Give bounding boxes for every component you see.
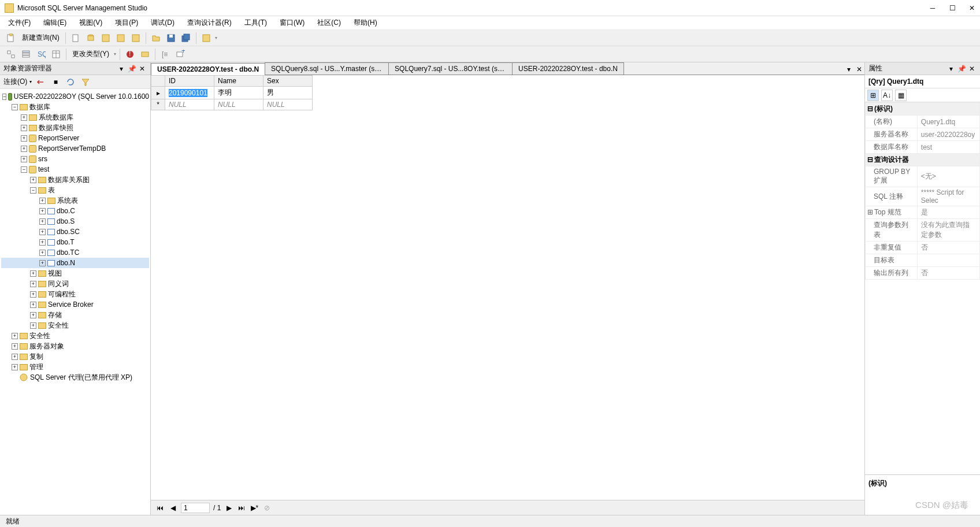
add-table-icon[interactable]: +: [174, 48, 187, 61]
categorized-icon[interactable]: ⊞: [867, 90, 879, 101]
row-position-input[interactable]: [181, 503, 210, 513]
expand-icon[interactable]: +: [12, 354, 18, 360]
tab-2[interactable]: SQLQuery7.sql - US...8OY.test (sa (60))*: [388, 62, 513, 75]
prop-param-val[interactable]: 没有为此查询指定参数: [917, 219, 979, 242]
tab-3[interactable]: USER-20220228OY.test - dbo.N: [512, 62, 624, 75]
prop-output-val[interactable]: 否: [917, 267, 979, 280]
show-results-icon[interactable]: [50, 48, 62, 61]
new-query-button[interactable]: 新建查询(N): [20, 33, 62, 43]
expand-icon[interactable]: +: [21, 156, 27, 162]
menu-view[interactable]: 视图(V): [77, 17, 105, 29]
tree-replication[interactable]: 复制: [29, 352, 43, 362]
tree-storage[interactable]: 存储: [48, 310, 62, 320]
close-tab-icon[interactable]: ✕: [854, 64, 864, 75]
expand-icon[interactable]: +: [39, 250, 46, 256]
prop-gb-val[interactable]: <无>: [917, 166, 979, 187]
menu-help[interactable]: 帮助(H): [351, 17, 380, 29]
alphabetical-icon[interactable]: A↓: [881, 90, 893, 101]
cat-qd[interactable]: 查询设计器: [874, 155, 909, 164]
prop-distinct-val[interactable]: 否: [917, 242, 979, 254]
tree-agent[interactable]: SQL Server 代理(已禁用代理 XP): [30, 373, 132, 383]
verify-sql-icon[interactable]: [139, 48, 151, 61]
cell-id[interactable]: 2019090101: [165, 87, 214, 99]
expand-icon[interactable]: +: [21, 114, 27, 121]
col-name[interactable]: Name: [214, 76, 263, 87]
pin-icon[interactable]: 📌: [957, 64, 966, 73]
dropdown-icon[interactable]: ▾: [946, 64, 956, 73]
expand-icon[interactable]: +: [12, 364, 18, 370]
expand-icon[interactable]: +: [39, 239, 46, 246]
refresh-icon[interactable]: [64, 76, 77, 88]
menu-file[interactable]: 文件(F): [6, 17, 33, 29]
activity-icon[interactable]: [200, 32, 213, 44]
minimize-button[interactable]: ─: [929, 5, 936, 12]
expand-icon[interactable]: −: [12, 104, 18, 110]
prev-icon[interactable]: ◀: [168, 503, 177, 513]
first-icon[interactable]: ⏮: [155, 503, 165, 513]
tree-table-n[interactable]: dbo.N: [57, 259, 75, 267]
tree-management[interactable]: 管理: [29, 362, 43, 372]
tree-serverobj[interactable]: 服务器对象: [29, 342, 64, 351]
cell-null[interactable]: NULL: [263, 99, 313, 110]
prop-target-val[interactable]: [917, 254, 979, 267]
close-panel-icon[interactable]: ✕: [967, 64, 977, 73]
expand-icon[interactable]: +: [30, 312, 36, 318]
tree-tables[interactable]: 表: [48, 185, 55, 195]
tree-databases[interactable]: 数据库: [29, 102, 50, 112]
new-query-icon[interactable]: [5, 32, 17, 44]
connect-button[interactable]: 连接(O): [3, 77, 27, 87]
expand-icon[interactable]: +: [30, 281, 36, 287]
menu-querydesigner[interactable]: 查询设计器(R): [185, 17, 234, 29]
stop-icon[interactable]: ■: [49, 76, 62, 88]
tree-views[interactable]: 视图: [48, 269, 62, 279]
dropdown-icon[interactable]: ▾: [117, 64, 126, 73]
db-engine-icon[interactable]: [84, 32, 97, 44]
expand-icon[interactable]: +: [30, 270, 36, 277]
tree-table-c[interactable]: dbo.C: [57, 207, 75, 215]
menu-debug[interactable]: 调试(D): [149, 17, 177, 29]
menu-window[interactable]: 窗口(W): [277, 17, 307, 29]
pin-icon[interactable]: 📌: [127, 64, 136, 73]
tree-table-tc[interactable]: dbo.TC: [57, 248, 79, 257]
expand-icon[interactable]: +: [21, 135, 27, 142]
analysis-icon[interactable]: [99, 32, 112, 44]
filter-icon[interactable]: [79, 76, 92, 88]
tree-table-sc[interactable]: dbo.SC: [57, 228, 80, 236]
props-pages-icon[interactable]: ▦: [895, 90, 907, 101]
col-id[interactable]: ID: [165, 76, 214, 87]
expand-icon[interactable]: +: [30, 291, 36, 298]
tree-table-s[interactable]: dbo.S: [57, 217, 75, 225]
tree-diagrams[interactable]: 数据库关系图: [48, 175, 90, 185]
tree-security[interactable]: 安全性: [29, 331, 50, 341]
mdx-icon[interactable]: [114, 32, 127, 44]
expand-icon[interactable]: +: [21, 125, 27, 131]
stop-nav-icon[interactable]: ⊘: [262, 503, 272, 513]
expand-icon[interactable]: −: [21, 166, 27, 173]
last-icon[interactable]: ⏭: [237, 503, 246, 513]
group-by-icon[interactable]: [≡: [159, 48, 172, 61]
new-file-icon[interactable]: [69, 32, 82, 44]
show-criteria-icon[interactable]: [20, 48, 32, 61]
expand-icon[interactable]: +: [30, 302, 36, 308]
prop-sql-val[interactable]: ***** Script for Selec: [917, 187, 979, 206]
expand-icon[interactable]: +: [39, 218, 46, 225]
expand-icon[interactable]: −: [30, 187, 36, 194]
expand-icon[interactable]: +: [39, 229, 46, 235]
tree-servicebroker[interactable]: Service Broker: [48, 300, 94, 309]
tree-db-security[interactable]: 安全性: [48, 321, 69, 331]
tree-snapshots[interactable]: 数据库快照: [39, 123, 73, 133]
tree-programmability[interactable]: 可编程性: [48, 290, 76, 299]
change-type-button[interactable]: 更改类型(Y): [70, 49, 112, 59]
tree-reportservertmp[interactable]: ReportServerTempDB: [38, 144, 106, 153]
new-row-nav-icon[interactable]: ▶*: [250, 503, 259, 513]
object-tree[interactable]: −USER-20220228OY (SQL Server 10.0.1600 −…: [0, 89, 150, 515]
new-row[interactable]: * NULL NULL NULL: [151, 99, 313, 110]
execute-icon[interactable]: !: [124, 48, 136, 61]
menu-project[interactable]: 项目(P): [113, 17, 140, 29]
col-sex[interactable]: Sex: [263, 76, 313, 87]
expand-icon[interactable]: +: [12, 333, 18, 339]
tree-reportserver[interactable]: ReportServer: [38, 134, 79, 142]
show-sql-icon[interactable]: SQL: [35, 48, 47, 61]
tree-sysdb[interactable]: 系统数据库: [39, 113, 73, 123]
prop-db-val[interactable]: test: [917, 141, 979, 154]
